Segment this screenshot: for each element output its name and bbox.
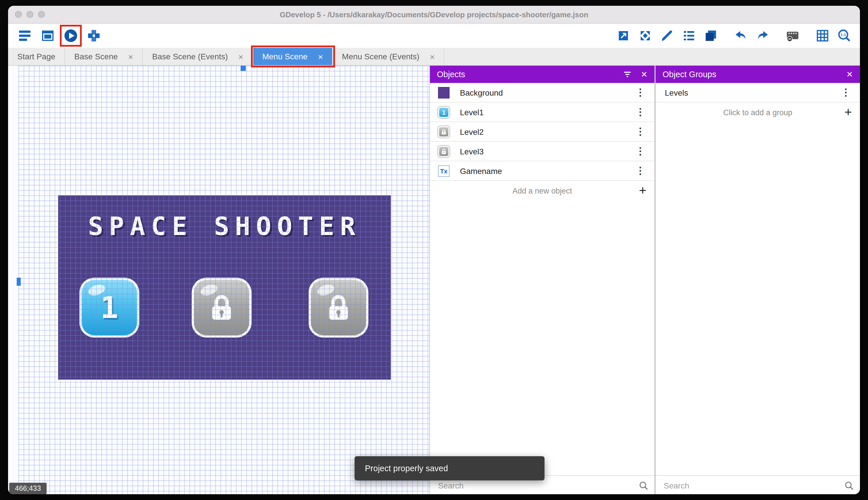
preview-play-button[interactable] [63,28,78,43]
tab-label: Start Page [17,52,55,61]
app-window: GDevelop 5 - /Users/dkarakay/Documents/G… [8,6,860,494]
tab-label: Base Scene [74,52,118,61]
tab-menu-scene-events[interactable]: Menu Scene (Events) × [333,48,445,65]
tab-bar: Start Page Base Scene × Base Scene (Even… [8,48,860,66]
zoom-1-1-icon[interactable]: 1:1 [837,28,852,43]
save-toast: Project properly saved [354,456,544,480]
close-objects-panel-icon[interactable]: ✕ [641,70,647,79]
close-object-groups-panel-icon[interactable]: ✕ [846,70,853,79]
objects-search-input[interactable] [437,480,638,491]
objects-editor-icon[interactable] [616,28,631,43]
object-name: Level2 [460,127,633,136]
object-row-level1[interactable]: 1 Level1 ⋮ [430,103,655,122]
object-row-gamename[interactable]: Tx Gamename ⋮ [430,161,655,181]
tab-base-scene[interactable]: Base Scene × [65,48,143,65]
groups-search-input[interactable] [662,480,844,491]
object-menu-icon[interactable]: ⋮ [633,165,647,177]
scene-boundary-marker-top[interactable] [241,66,246,71]
toast-message: Project properly saved [365,464,448,473]
tab-close-icon[interactable]: × [128,52,133,61]
object-menu-icon[interactable]: ⋮ [633,87,647,99]
level3-button-instance[interactable] [308,278,368,338]
editor-content: SPACE SHOOTER 1 466;433 Objects [8,66,860,494]
grid-icon[interactable] [815,28,830,43]
search-icon [844,480,854,491]
level1-digit: 1 [101,290,119,325]
tab-label: Menu Scene [262,52,307,61]
objects-panel-header: Objects ✕ [430,66,655,83]
object-menu-icon[interactable]: ⋮ [633,145,647,157]
level2-thumbnail-icon [438,126,449,137]
project-manager-icon[interactable] [17,28,32,43]
tab-label: Base Scene (Events) [152,52,228,61]
minimize-window-button[interactable] [26,11,33,18]
text-object-thumbnail-icon: Tx [438,165,449,177]
object-name: Gamename [460,166,633,175]
svg-text:1:1: 1:1 [841,33,846,37]
toolbar-right-group: 1:1 [616,28,852,43]
lock-icon [206,292,238,324]
group-name: Levels [665,88,838,97]
level3-thumbnail-icon [438,146,449,157]
lock-icon [322,292,354,324]
add-new-object-button[interactable]: Add a new object + [430,181,655,201]
background-thumbnail-icon [438,87,449,98]
filter-icon[interactable] [622,69,633,79]
scene-title-text[interactable]: SPACE SHOOTER [58,212,391,241]
maximize-window-button[interactable] [38,11,45,18]
level1-thumbnail-icon: 1 [438,106,449,118]
render-view-icon[interactable] [785,28,800,43]
group-menu-icon[interactable]: ⋮ [838,87,853,99]
object-name: Level3 [460,147,633,156]
instances-list-icon[interactable] [681,28,696,43]
title-bar: GDevelop 5 - /Users/dkarakay/Documents/G… [8,6,860,24]
scene-list-icon[interactable] [40,28,55,43]
add-object-label: Add a new object [512,186,572,195]
tab-menu-scene[interactable]: Menu Scene × [253,48,333,65]
group-row-levels[interactable]: Levels ⋮ [656,83,860,103]
game-scene-preview[interactable]: SPACE SHOOTER 1 [58,195,391,379]
properties-pencil-icon[interactable] [660,28,675,43]
object-groups-panel-header: Object Groups ✕ [656,66,860,83]
object-name: Background [460,88,633,97]
cursor-coordinates: 466;433 [9,483,47,494]
main-toolbar: 1:1 [8,24,860,48]
layers-editor-icon[interactable] [703,28,718,43]
toolbar-left-group [17,28,101,43]
search-icon [638,480,649,491]
plus-icon[interactable]: + [844,106,852,119]
window-title: GDevelop 5 - /Users/dkarakay/Documents/G… [280,10,588,19]
groups-search-bar [656,475,860,494]
level1-button-instance[interactable]: 1 [80,278,139,338]
undo-icon[interactable] [733,28,748,43]
objects-panel-title: Objects [437,70,622,79]
tab-close-icon[interactable]: × [430,52,435,61]
tab-label: Menu Scene (Events) [342,52,419,61]
scene-editor-canvas[interactable]: SPACE SHOOTER 1 466;433 [8,66,430,494]
scene-boundary-marker-left[interactable] [17,278,21,286]
objects-panel: Objects ✕ Background ⋮ 1 Level1 ⋮ Level2… [430,66,655,494]
add-group-label: Click to add a group [723,108,792,117]
object-groups-panel-title: Object Groups [662,70,846,79]
level2-button-instance[interactable] [192,278,251,338]
tab-start-page[interactable]: Start Page [8,48,65,65]
object-menu-icon[interactable]: ⋮ [633,126,647,138]
object-name: Level1 [460,107,633,117]
object-row-level3[interactable]: Level3 ⋮ [430,142,655,161]
tab-close-icon[interactable]: × [318,52,323,61]
object-row-level2[interactable]: Level2 ⋮ [430,122,655,142]
desktop-background: GDevelop 5 - /Users/dkarakay/Documents/G… [0,0,868,500]
tab-close-icon[interactable]: × [238,52,244,61]
object-row-background[interactable]: Background ⋮ [430,83,655,103]
object-groups-editor-icon[interactable] [638,28,653,43]
add-group-button[interactable]: Click to add a group + [656,103,860,122]
redo-icon[interactable] [755,28,770,43]
plus-icon[interactable]: + [639,184,646,197]
tab-base-scene-events[interactable]: Base Scene (Events) × [143,48,253,65]
traffic-lights [15,11,45,18]
object-menu-icon[interactable]: ⋮ [633,106,647,118]
debugger-icon[interactable] [86,28,101,43]
object-groups-panel: Object Groups ✕ Levels ⋮ Click to add a … [655,66,860,494]
close-window-button[interactable] [15,11,22,18]
